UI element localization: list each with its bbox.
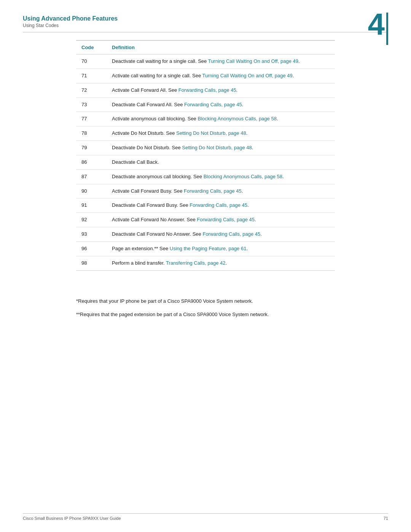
chapter-number-bar bbox=[386, 13, 388, 45]
definition-link[interactable]: Forwarding Calls, page 45 bbox=[184, 102, 242, 107]
cell-code: 91 bbox=[76, 198, 107, 213]
definition-link[interactable]: Forwarding Calls, page 45 bbox=[184, 188, 242, 194]
table-row: 70Deactivate call waiting for a single c… bbox=[76, 54, 335, 69]
cell-code: 73 bbox=[76, 97, 107, 112]
page-container: 4 Using Advanced Phone Features Using St… bbox=[0, 0, 411, 532]
table-row: 78Activate Do Not Disturb. See Setting D… bbox=[76, 126, 335, 141]
footer-page-number: 71 bbox=[384, 516, 388, 521]
cell-code: 72 bbox=[76, 83, 107, 97]
cell-code: 79 bbox=[76, 141, 107, 155]
chapter-subtitle: Using Star Codes bbox=[23, 23, 388, 28]
chapter-title: Using Advanced Phone Features bbox=[23, 15, 388, 22]
cell-definition: Page an extension.** See Using the Pagin… bbox=[107, 241, 335, 256]
cell-code: 98 bbox=[76, 256, 107, 270]
footer-left-text: Cisco Small Business IP Phone SPA9XX Use… bbox=[23, 516, 121, 521]
definition-link[interactable]: Forwarding Calls, page 45 bbox=[197, 217, 255, 222]
definition-link[interactable]: Transferring Calls, page 42 bbox=[166, 260, 225, 266]
cell-code: 70 bbox=[76, 54, 107, 69]
cell-definition: Activate Call Forward Busy. See Forwardi… bbox=[107, 184, 335, 198]
cell-code: 78 bbox=[76, 126, 107, 141]
cell-definition: Activate anonymous call blocking. See Bl… bbox=[107, 112, 335, 126]
definition-link[interactable]: Turning Call Waiting On and Off, page 49 bbox=[208, 58, 298, 64]
table-row: 71Activate call waiting for a single cal… bbox=[76, 69, 335, 83]
cell-code: 90 bbox=[76, 184, 107, 198]
cell-definition: Deactivate Call Forward No Answer. See F… bbox=[107, 227, 335, 242]
table-row: 92Activate Call Forward No Answer. See F… bbox=[76, 213, 335, 227]
definition-link[interactable]: Forwarding Calls, page 45 bbox=[202, 231, 260, 237]
cell-code: 87 bbox=[76, 169, 107, 184]
definition-link[interactable]: Using the Paging Feature, page 61 bbox=[170, 246, 247, 251]
header-divider bbox=[23, 32, 388, 32]
table-row: 93Deactivate Call Forward No Answer. See… bbox=[76, 227, 335, 242]
cell-code: 96 bbox=[76, 241, 107, 256]
cell-definition: Deactivate call waiting for a single cal… bbox=[107, 54, 335, 69]
main-content: Code Definition 70Deactivate call waitin… bbox=[0, 32, 411, 297]
cell-definition: Activate Call Forward All. See Forwardin… bbox=[107, 83, 335, 97]
chapter-number-block: 4 bbox=[368, 11, 389, 45]
cell-definition: Deactivate Call Forward All. See Forward… bbox=[107, 97, 335, 112]
footer-notes: *Requires that your IP phone be part of … bbox=[0, 297, 411, 318]
definition-link[interactable]: Forwarding Calls, page 45 bbox=[190, 202, 247, 208]
cell-code: 86 bbox=[76, 155, 107, 169]
cell-definition: Perform a blind transfer. Transferring C… bbox=[107, 256, 335, 270]
table-row: 79Deactivate Do Not Disturb. See Setting… bbox=[76, 141, 335, 155]
definition-link[interactable]: Forwarding Calls, page 45 bbox=[178, 87, 236, 93]
cell-definition: Deactivate Do Not Disturb. See Setting D… bbox=[107, 141, 335, 155]
definition-link[interactable]: Blocking Anonymous Calls, page 58 bbox=[204, 174, 282, 179]
page-footer: Cisco Small Business IP Phone SPA9XX Use… bbox=[23, 513, 388, 521]
definition-link[interactable]: Turning Call Waiting On and Off, page 49 bbox=[202, 73, 293, 78]
cell-code: 92 bbox=[76, 213, 107, 227]
table-row: 73Deactivate Call Forward All. See Forwa… bbox=[76, 97, 335, 112]
cell-definition: Activate Do Not Disturb. See Setting Do … bbox=[107, 126, 335, 141]
definition-link[interactable]: Blocking Anonymous Calls, page 58 bbox=[198, 116, 276, 121]
table-row: 87Deactivate anonymous call blocking. Se… bbox=[76, 169, 335, 184]
chapter-number: 4 bbox=[368, 11, 385, 38]
table-row: 91Deactivate Call Forward Busy. See Forw… bbox=[76, 198, 335, 213]
col-header-code: Code bbox=[76, 40, 107, 54]
table-row: 86Deactivate Call Back. bbox=[76, 155, 335, 169]
cell-definition: Deactivate anonymous call blocking. See … bbox=[107, 169, 335, 184]
table-row: 90Activate Call Forward Busy. See Forwar… bbox=[76, 184, 335, 198]
header-section: 4 Using Advanced Phone Features Using St… bbox=[0, 0, 411, 32]
cell-definition: Deactivate Call Back. bbox=[107, 155, 335, 169]
cell-definition: Activate call waiting for a single call.… bbox=[107, 69, 335, 83]
table-row: 96Page an extension.** See Using the Pag… bbox=[76, 241, 335, 256]
cell-code: 93 bbox=[76, 227, 107, 242]
definition-link[interactable]: Setting Do Not Disturb, page 48 bbox=[176, 130, 246, 136]
cell-code: 77 bbox=[76, 112, 107, 126]
star-codes-table: Code Definition 70Deactivate call waitin… bbox=[76, 40, 335, 271]
definition-link[interactable]: Setting Do Not Disturb, page 48 bbox=[182, 145, 252, 150]
footer-note: **Requires that the paged extension be p… bbox=[76, 311, 335, 318]
cell-definition: Deactivate Call Forward Busy. See Forwar… bbox=[107, 198, 335, 213]
cell-code: 71 bbox=[76, 69, 107, 83]
footer-note: *Requires that your IP phone be part of … bbox=[76, 297, 335, 305]
col-header-definition: Definition bbox=[107, 40, 335, 54]
table-row: 98Perform a blind transfer. Transferring… bbox=[76, 256, 335, 270]
table-row: 72Activate Call Forward All. See Forward… bbox=[76, 83, 335, 97]
cell-definition: Activate Call Forward No Answer. See For… bbox=[107, 213, 335, 227]
table-header-row: Code Definition bbox=[76, 40, 335, 54]
table-row: 77Activate anonymous call blocking. See … bbox=[76, 112, 335, 126]
